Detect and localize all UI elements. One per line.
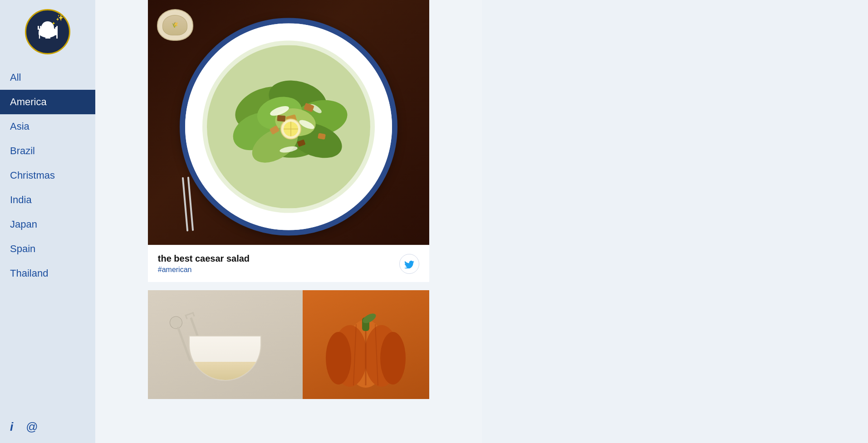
pumpkin-svg bbox=[320, 295, 411, 394]
sidebar-bottom-icons: i @ bbox=[0, 411, 48, 443]
recipe-text: the best caesar salad #american bbox=[158, 253, 250, 274]
svg-rect-26 bbox=[277, 115, 285, 122]
pumpkin-image bbox=[148, 290, 429, 399]
recipe-card-pumpkin bbox=[148, 290, 429, 399]
twitter-icon bbox=[404, 259, 414, 268]
pumpkin-right-side bbox=[303, 290, 429, 399]
plate bbox=[180, 18, 397, 236]
small-bowl: 🌾 bbox=[157, 9, 193, 41]
logo-wrapper: 🍽 ✨ ✦ bbox=[0, 9, 95, 54]
svg-point-32 bbox=[380, 332, 406, 385]
nav-menu: All America Asia Brazil Christmas India … bbox=[0, 65, 95, 286]
app-logo: 🍽 ✨ ✦ bbox=[25, 9, 70, 54]
sidebar: 🍽 ✨ ✦ All America Asia Brazil Christmas … bbox=[0, 0, 95, 443]
recipe-title: the best caesar salad bbox=[158, 253, 250, 264]
svg-text:✦: ✦ bbox=[52, 21, 55, 26]
sidebar-item-asia[interactable]: Asia bbox=[0, 114, 95, 139]
sidebar-item-spain[interactable]: Spain bbox=[0, 237, 95, 261]
pumpkin-left-side bbox=[148, 290, 303, 399]
chef-logo-svg: ✦ bbox=[35, 19, 60, 44]
sidebar-item-brazil[interactable]: Brazil bbox=[0, 139, 95, 163]
caesar-salad-image: 🌾 bbox=[148, 0, 429, 245]
info-icon[interactable]: i bbox=[10, 420, 13, 434]
twitter-share-button[interactable] bbox=[399, 254, 419, 274]
salad-greens bbox=[202, 41, 375, 213]
recipe-info-bar: the best caesar salad #american bbox=[148, 245, 429, 282]
svg-point-31 bbox=[326, 332, 351, 385]
sidebar-item-christmas[interactable]: Christmas bbox=[0, 163, 95, 188]
recipe-card-caesar: 🌾 bbox=[148, 0, 429, 282]
sidebar-item-japan[interactable]: Japan bbox=[0, 212, 95, 237]
main-content: 🌾 bbox=[95, 0, 482, 443]
sidebar-item-all[interactable]: All bbox=[0, 65, 95, 90]
right-panel bbox=[482, 0, 868, 443]
content-area: 🌾 bbox=[148, 0, 429, 399]
sidebar-item-america[interactable]: America bbox=[0, 90, 95, 114]
contact-icon[interactable]: @ bbox=[26, 420, 38, 434]
sidebar-item-india[interactable]: India bbox=[0, 188, 95, 212]
svg-rect-2 bbox=[39, 32, 57, 35]
recipe-tag: #american bbox=[158, 266, 250, 274]
sidebar-item-thailand[interactable]: Thailand bbox=[0, 261, 95, 286]
salad-svg bbox=[207, 45, 370, 209]
